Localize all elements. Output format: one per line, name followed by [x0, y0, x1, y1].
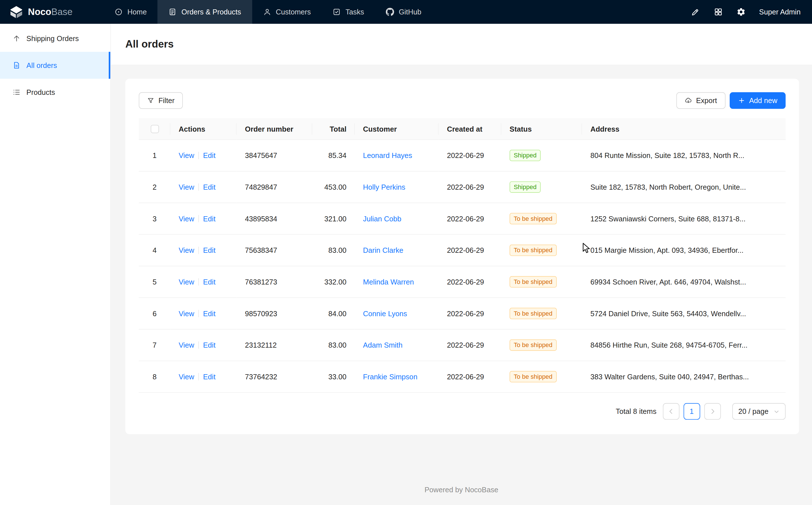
- brand[interactable]: NocoBase: [0, 0, 103, 24]
- customer-link[interactable]: Darin Clarke: [363, 246, 403, 255]
- address-cell: 015 Margie Mission, Apt. 093, 34936, Ebe…: [582, 235, 785, 267]
- edit-link[interactable]: Edit: [203, 214, 216, 223]
- table-row[interactable]: 8 ViewEdit 73764232 33.00 Frankie Simpso…: [139, 361, 786, 393]
- gear-button[interactable]: [737, 7, 746, 17]
- filter-button[interactable]: Filter: [139, 92, 183, 109]
- view-link[interactable]: View: [179, 214, 194, 223]
- nav-item-tasks[interactable]: Tasks: [322, 0, 375, 24]
- tasks-icon: [332, 8, 341, 16]
- status-cell: To be shipped: [501, 235, 582, 267]
- actions-cell: ViewEdit: [170, 172, 237, 203]
- status-cell: Shipped: [501, 172, 582, 203]
- orders-card: Filter Export Add new: [125, 79, 799, 434]
- page-number-button[interactable]: 1: [683, 403, 700, 420]
- customer-link[interactable]: Julian Cobb: [363, 214, 401, 223]
- edit-link[interactable]: Edit: [203, 341, 216, 349]
- status-badge: Shipped: [510, 181, 541, 193]
- table-row[interactable]: 5 ViewEdit 76381273 332.00 Melinda Warre…: [139, 267, 786, 298]
- user-menu[interactable]: Super Admin: [759, 8, 801, 16]
- sidebar-item-products[interactable]: Products: [0, 79, 110, 106]
- sidebar-item-label: Shipping Orders: [26, 34, 79, 42]
- blocks-button[interactable]: [714, 7, 723, 17]
- edit-link[interactable]: Edit: [203, 373, 216, 381]
- created-at-cell: 2022-06-29: [439, 267, 501, 298]
- add-new-button[interactable]: Add new: [729, 92, 786, 109]
- total-cell: 332.00: [312, 267, 355, 298]
- nav-item-github[interactable]: GitHub: [375, 0, 432, 24]
- status-badge: To be shipped: [510, 308, 556, 319]
- actions-divider: [198, 342, 199, 349]
- status-badge: Shipped: [510, 150, 541, 161]
- actions-divider: [198, 278, 199, 286]
- customer-link[interactable]: Holly Perkins: [363, 183, 405, 191]
- row-index-cell: 3: [139, 203, 171, 235]
- nav-item-label: Home: [127, 8, 147, 16]
- highlighter-button[interactable]: [691, 7, 700, 17]
- table-row[interactable]: 3 ViewEdit 43895834 321.00 Julian Cobb 2…: [139, 203, 786, 235]
- pagination-total: Total 8 items: [616, 407, 656, 415]
- table-row[interactable]: 2 ViewEdit 74829847 453.00 Holly Perkins…: [139, 172, 786, 203]
- address-cell: 383 Walter Gardens, Suite 040, 24947, Be…: [582, 361, 785, 393]
- view-link[interactable]: View: [179, 373, 194, 381]
- order-number-cell: 76381273: [237, 267, 312, 298]
- view-link[interactable]: View: [179, 183, 194, 191]
- page-title: All orders: [125, 38, 174, 50]
- status-cell: To be shipped: [501, 267, 582, 298]
- table-header-row: ActionsOrder numberTotalCustomerCreated …: [139, 118, 786, 140]
- customer-link[interactable]: Adam Smith: [363, 341, 402, 349]
- nav-item-label: GitHub: [398, 8, 421, 16]
- chevron-down-icon: [774, 409, 780, 414]
- actions-cell: ViewEdit: [170, 203, 237, 235]
- view-link[interactable]: View: [179, 278, 194, 286]
- column-header-customer: Customer: [355, 118, 439, 140]
- page-size-select[interactable]: 20 / page: [732, 403, 785, 420]
- actions-cell: ViewEdit: [170, 298, 237, 330]
- view-link[interactable]: View: [179, 151, 194, 160]
- sidebar-item-all-orders[interactable]: All orders: [0, 52, 110, 79]
- view-link[interactable]: View: [179, 246, 194, 255]
- address-cell: 69934 Schoen River, Apt. 646, 49704, Wal…: [582, 267, 785, 298]
- powered-by-link[interactable]: Powered by NocoBase: [425, 486, 499, 494]
- nav-item-home[interactable]: Home: [103, 0, 158, 24]
- sidebar-item-shipping-orders[interactable]: Shipping Orders: [0, 25, 110, 52]
- next-page-button[interactable]: [704, 403, 721, 420]
- status-cell: Shipped: [501, 140, 582, 172]
- total-cell: 453.00: [312, 172, 355, 203]
- column-header-created-at: Created at: [439, 118, 501, 140]
- table-row[interactable]: 7 ViewEdit 23132112 83.00 Adam Smith 202…: [139, 330, 786, 361]
- customer-link[interactable]: Melinda Warren: [363, 278, 414, 286]
- brand-name-light: Base: [51, 6, 72, 17]
- actions-divider: [198, 184, 199, 191]
- customer-cell: Connie Lyons: [355, 298, 439, 330]
- edit-link[interactable]: Edit: [203, 309, 216, 318]
- file-icon: [12, 61, 21, 69]
- column-header-actions: Actions: [170, 118, 237, 140]
- table-row[interactable]: 1 ViewEdit 38475647 85.34 Leonard Hayes …: [139, 140, 786, 172]
- content-area: Filter Export Add new: [111, 65, 812, 435]
- select-all-checkbox[interactable]: [151, 125, 159, 133]
- customer-link[interactable]: Connie Lyons: [363, 309, 407, 318]
- edit-link[interactable]: Edit: [203, 151, 216, 160]
- filter-icon: [147, 97, 155, 104]
- nav-item-label: Tasks: [345, 8, 364, 16]
- view-link[interactable]: View: [179, 341, 194, 349]
- created-at-cell: 2022-06-29: [439, 235, 501, 267]
- customer-link[interactable]: Leonard Hayes: [363, 151, 412, 160]
- customer-link[interactable]: Frankie Simpson: [363, 373, 417, 381]
- edit-link[interactable]: Edit: [203, 183, 216, 191]
- edit-link[interactable]: Edit: [203, 246, 216, 255]
- prev-page-button[interactable]: [662, 403, 679, 420]
- actions-divider: [198, 152, 199, 159]
- nav-item-orders-products[interactable]: Orders & Products: [158, 0, 252, 24]
- nav-item-customers[interactable]: Customers: [252, 0, 322, 24]
- address-cell: 1252 Swaniawski Corners, Suite 688, 8137…: [582, 203, 785, 235]
- export-button[interactable]: Export: [676, 92, 726, 109]
- row-index-cell: 7: [139, 330, 171, 361]
- table-row[interactable]: 6 ViewEdit 98570923 84.00 Connie Lyons 2…: [139, 298, 786, 330]
- created-at-cell: 2022-06-29: [439, 172, 501, 203]
- edit-link[interactable]: Edit: [203, 278, 216, 286]
- customers-icon: [263, 8, 271, 16]
- table-row[interactable]: 4 ViewEdit 75638347 83.00 Darin Clarke 2…: [139, 235, 786, 267]
- order-number-cell: 74829847: [237, 172, 312, 203]
- view-link[interactable]: View: [179, 309, 194, 318]
